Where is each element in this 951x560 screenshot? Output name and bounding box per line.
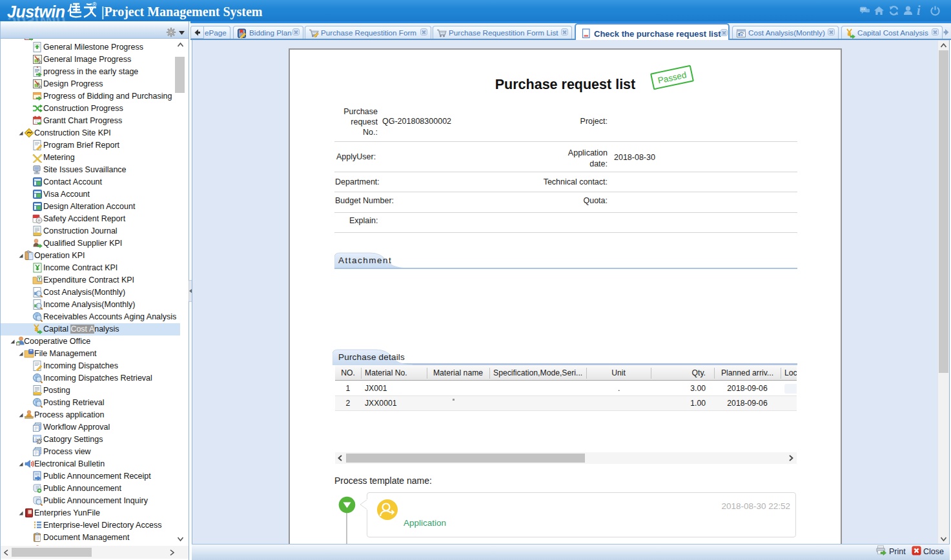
svg-text:Purchase details: Purchase details [338,352,405,362]
svg-text:Attachment: Attachment [338,255,392,265]
